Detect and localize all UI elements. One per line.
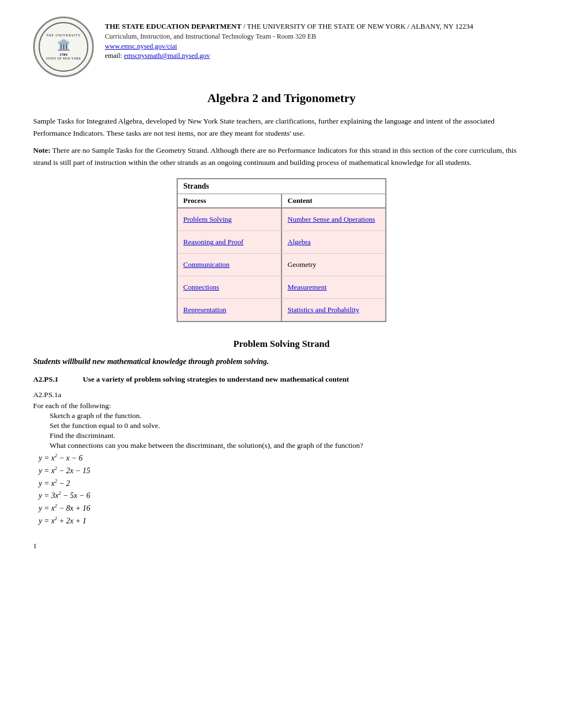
connections-link[interactable]: Connections	[183, 283, 219, 291]
formula-1: y = x2 − x − 6	[33, 453, 530, 463]
table-row: Reasoning and Proof Algebra	[178, 231, 385, 254]
strands-table: Strands Process Content Problem Solving …	[177, 178, 386, 322]
header-section: THE UNIVERSITY 🏛️ 1784 STATE OF NEW YORK…	[33, 17, 530, 77]
strands-container: Strands Process Content Problem Solving …	[33, 178, 530, 322]
table-row: Connections Measurement	[178, 276, 385, 299]
formula-6: y = x2 + 2x + 1	[33, 516, 530, 526]
formula-5: y = x2 − 8x + 16	[33, 503, 530, 513]
col-content-header: Content	[282, 194, 385, 207]
university-logo: THE UNIVERSITY 🏛️ 1784 STATE OF NEW YORK	[33, 17, 94, 77]
representation-link[interactable]: Representation	[183, 306, 226, 314]
process-cell: Connections	[178, 276, 282, 298]
col-process-header: Process	[178, 194, 282, 207]
email-link[interactable]: emscnysmath@mail.nysed.gov	[124, 52, 210, 60]
content-cell: Algebra	[282, 231, 385, 253]
formula-3: y = x2 − 2	[33, 478, 530, 488]
process-cell: Representation	[178, 299, 282, 321]
header-text: THE STATE EDUCATION DEPARTMENT / THE UNI…	[105, 17, 530, 60]
strands-col-headers: Process Content	[178, 194, 385, 208]
task-item: Sketch a graph of the function.	[33, 411, 530, 420]
sub-line: Curriculum, Instruction, and Instruction…	[105, 33, 530, 41]
dept-line: THE STATE EDUCATION DEPARTMENT / THE UNI…	[105, 22, 530, 31]
measurement-link[interactable]: Measurement	[288, 283, 327, 291]
geometry-label: Geometry	[288, 260, 316, 269]
task-item: What connections can you make between th…	[33, 441, 530, 450]
problem-solving-link[interactable]: Problem Solving	[183, 215, 232, 223]
table-row: Representation Statistics and Probabilit…	[178, 299, 385, 321]
algebra-link[interactable]: Algebra	[288, 238, 311, 246]
intro-text: Sample Tasks for Integrated Algebra, dev…	[33, 115, 530, 139]
process-cell: Problem Solving	[178, 208, 282, 231]
note-text: Note: There are no Sample Tasks for the …	[33, 144, 530, 168]
email-line: email: emscnysmath@mail.nysed.gov	[105, 52, 530, 60]
process-cell: Communication	[178, 254, 282, 276]
content-cell: Geometry	[282, 254, 385, 276]
statistics-probability-link[interactable]: Statistics and Probability	[288, 306, 359, 314]
indicator-line: A2.PS.1 Use a variety of problem solving…	[33, 375, 530, 384]
page-number: 1	[33, 542, 530, 550]
page-title: Algebra 2 and Trigonometry	[33, 91, 530, 105]
communication-link[interactable]: Communication	[183, 260, 230, 269]
table-row: Communication Geometry	[178, 254, 385, 276]
strands-title: Strands	[178, 179, 385, 194]
section1-title: Problem Solving Strand	[33, 339, 530, 350]
number-sense-link[interactable]: Number Sense and Operations	[288, 215, 375, 223]
process-cell: Reasoning and Proof	[178, 231, 282, 253]
indicator-code: A2.PS.1	[33, 375, 72, 384]
link-line: www.emsc.nysed.gov/ciai	[105, 42, 530, 51]
strands-rows: Problem Solving Number Sense and Operati…	[178, 208, 385, 321]
formula-4: y = 3x2 − 5x − 6	[33, 490, 530, 500]
table-row: Problem Solving Number Sense and Operati…	[178, 208, 385, 231]
content-cell: Number Sense and Operations	[282, 208, 385, 231]
task-intro: For each of the following:	[33, 402, 530, 410]
website-link[interactable]: www.emsc.nysed.gov/ciai	[105, 42, 177, 50]
content-cell: Measurement	[282, 276, 385, 298]
reasoning-proof-link[interactable]: Reasoning and Proof	[183, 238, 243, 246]
formula-2: y = x2 − 2x − 15	[33, 465, 530, 475]
content-cell: Statistics and Probability	[282, 299, 385, 321]
task-item: Find the discriminant.	[33, 431, 530, 440]
task-item: Set the function equal to 0 and solve.	[33, 421, 530, 430]
section1-subtitle: Students willbuild new mathematical know…	[33, 357, 530, 366]
task-label: A2.PS.1a	[33, 390, 530, 399]
indicator-desc: Use a variety of problem solving strateg…	[83, 375, 349, 384]
